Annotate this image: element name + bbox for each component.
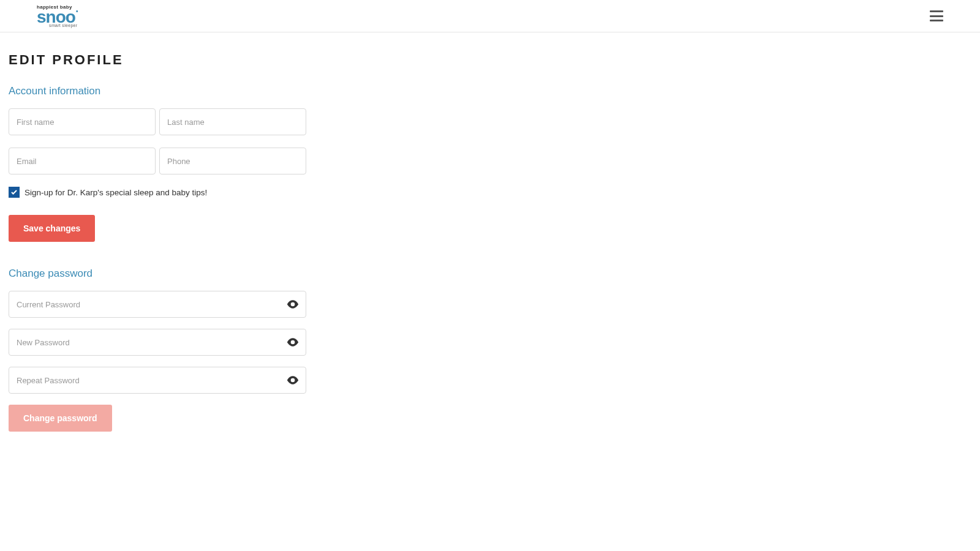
last-name-field-wrapper [159,108,306,135]
eye-icon[interactable] [287,336,299,348]
name-row [9,108,600,135]
logo[interactable]: happiest baby snoo smart sleeper [37,5,77,28]
eye-icon[interactable] [287,298,299,310]
current-password-wrapper [9,291,306,318]
new-password-field[interactable] [9,329,306,356]
main-content: EDIT PROFILE Account information Sign-up… [0,32,609,456]
new-password-wrapper [9,329,306,356]
current-password-field[interactable] [9,291,306,318]
eye-icon[interactable] [287,374,299,386]
email-field[interactable] [9,148,156,174]
signup-checkbox[interactable] [9,187,20,198]
checkmark-icon [10,189,18,196]
signup-label: Sign-up for Dr. Karp's special sleep and… [24,188,207,197]
header: happiest baby snoo smart sleeper [0,0,980,32]
contact-row [9,148,600,174]
menu-icon[interactable] [930,10,943,21]
save-button[interactable]: Save changes [9,215,95,242]
first-name-field[interactable] [9,108,156,135]
email-field-wrapper [9,148,156,174]
first-name-field-wrapper [9,108,156,135]
phone-field[interactable] [159,148,306,174]
password-section-title: Change password [9,268,600,280]
logo-brand: snoo [37,9,77,26]
repeat-password-wrapper [9,367,306,394]
account-section-title: Account information [9,85,600,97]
signup-checkbox-row: Sign-up for Dr. Karp's special sleep and… [9,187,600,198]
change-password-button[interactable]: Change password [9,405,112,432]
repeat-password-field[interactable] [9,367,306,394]
page-title: EDIT PROFILE [9,52,600,68]
last-name-field[interactable] [159,108,306,135]
phone-field-wrapper [159,148,306,174]
